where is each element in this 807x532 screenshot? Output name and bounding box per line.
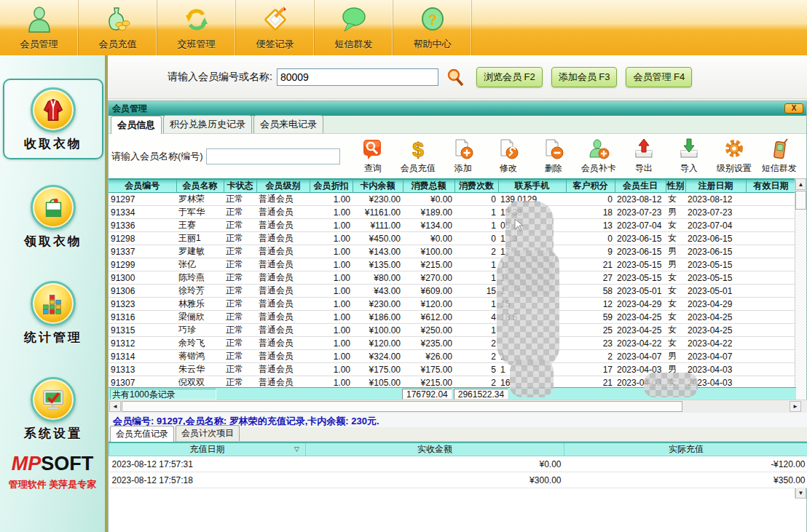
- table-row[interactable]: 91323林雅乐正常普通会员1.00¥230.00¥120.0011512202…: [109, 298, 796, 311]
- top-item-label: 短信群发: [335, 38, 373, 51]
- sms-group-button[interactable]: 短信群发: [757, 138, 802, 175]
- table-row[interactable]: 91336王赛正常普通会员1.00¥111.00¥134.001 0513202…: [109, 219, 796, 232]
- table-cell: [746, 232, 796, 245]
- top-item-sms-send[interactable]: 短信群发: [315, 0, 393, 55]
- top-item-member-recharge[interactable]: 会员充值: [79, 0, 157, 55]
- column-header[interactable]: 充值日期▽: [109, 442, 306, 456]
- column-header[interactable]: 消费总额: [403, 179, 454, 193]
- table-cell: 巧珍: [176, 324, 224, 337]
- sidebar-item-retrieve-clothes[interactable]: 领取衣物: [3, 178, 103, 255]
- table-cell: 91298: [109, 232, 176, 245]
- tab-count-items[interactable]: 会员计次项目: [176, 425, 240, 441]
- close-icon[interactable]: X: [784, 103, 803, 114]
- delete-button[interactable]: 删除: [531, 138, 576, 175]
- tab-member-info[interactable]: 会员信息: [111, 116, 162, 134]
- table-cell: 1.00: [310, 337, 353, 350]
- table-cell: 1.00: [310, 206, 353, 219]
- table-cell: 2023-04-25: [615, 324, 666, 337]
- top-item-help-center[interactable]: ? 帮助中心: [393, 0, 472, 55]
- member-filter-input[interactable]: [206, 148, 340, 164]
- horizontal-scrollbar[interactable]: ◄ ►: [109, 400, 807, 413]
- edit-button[interactable]: 修改: [486, 138, 531, 175]
- column-header[interactable]: 联系手机: [498, 179, 566, 193]
- top-item-note-record[interactable]: 便签记录: [236, 0, 315, 55]
- tab-points-history[interactable]: 积分兑换历史记录: [163, 115, 252, 133]
- horizontal-scroll-thumb[interactable]: [122, 401, 682, 412]
- query-button[interactable]: 查询: [350, 138, 395, 175]
- column-header[interactable]: 实收金额: [306, 442, 564, 456]
- table-row[interactable]: 2023-08-12 17:57:18¥300.00¥350.00: [109, 472, 807, 488]
- tab-call-records[interactable]: 会员来电记录: [253, 115, 323, 133]
- table-row[interactable]: 91314蒋锴鸿正常普通会员1.00¥324.00¥26.002122023-0…: [109, 350, 796, 363]
- table-cell: ¥111.00: [353, 219, 403, 232]
- tab-recharge-records[interactable]: 会员充值记录: [110, 426, 174, 442]
- column-header[interactable]: 会员级别: [256, 179, 310, 193]
- search-magnifier-icon[interactable]: [446, 68, 465, 87]
- table-cell: ¥120.00: [353, 337, 403, 350]
- table-cell: 91300: [109, 271, 176, 285]
- column-header[interactable]: 会员折扣: [310, 179, 353, 193]
- table-row[interactable]: 91306徐玲芳正常普通会员1.00¥43.00¥609.00151582023…: [109, 285, 796, 298]
- reissue-card-button[interactable]: 会员补卡: [576, 138, 621, 175]
- scroll-right-icon[interactable]: ►: [790, 401, 801, 412]
- scroll-down-icon[interactable]: ▼: [795, 487, 806, 499]
- table-row[interactable]: 91315巧珍正常普通会员1.00¥100.00¥250.001252023-0…: [109, 324, 796, 337]
- table-cell: 2023-04-03: [685, 363, 746, 376]
- brand-logo: MPSOFT 管理软件 美萍是专家: [0, 453, 105, 491]
- browse-members-button[interactable]: 浏览会员 F2: [476, 67, 543, 87]
- column-header[interactable]: 有效日期: [746, 179, 796, 193]
- mouse-cursor-icon: [514, 218, 524, 234]
- table-cell: ¥235.00: [403, 337, 454, 350]
- table-row[interactable]: 91337罗建敏正常普通会员1.00¥143.00¥100.0021792023…: [109, 245, 796, 258]
- sidebar-item-system-settings[interactable]: 系统设置: [3, 370, 103, 448]
- import-button[interactable]: 导入: [666, 138, 712, 175]
- export-button[interactable]: 导出: [621, 138, 666, 175]
- table-cell: 普通会员: [256, 337, 310, 350]
- scroll-up-icon[interactable]: ▲: [795, 178, 806, 190]
- top-item-member-manage[interactable]: 会员管理: [0, 0, 79, 55]
- table-row[interactable]: 91299张亿正常普通会员1.00¥135.00¥215.0011 302120…: [109, 258, 796, 271]
- member-manage-button[interactable]: 会员管理 F4: [626, 67, 692, 87]
- member-search-input[interactable]: [277, 68, 438, 86]
- table-row[interactable]: 91316梁俪欣正常普通会员1.00¥186.00¥612.00418 5592…: [109, 311, 796, 324]
- table-cell: 13: [566, 219, 615, 232]
- table-row[interactable]: 2023-08-12 17:57:31¥0.00-¥120.00: [109, 456, 807, 472]
- column-header[interactable]: 消费次数: [454, 179, 498, 193]
- column-header[interactable]: 会员生日: [615, 179, 666, 193]
- add-button[interactable]: 添加: [441, 138, 486, 175]
- vertical-scroll-thumb[interactable]: [795, 191, 806, 210]
- table-cell: 正常: [224, 298, 256, 311]
- table-row[interactable]: 91300陈玲燕正常普通会员1.00¥80.00¥270.0011272023-…: [109, 271, 796, 285]
- column-header[interactable]: 性别: [666, 179, 685, 193]
- table-row[interactable]: 91297罗林荣正常普通会员1.00¥230.00¥0.000139 01290…: [109, 193, 796, 206]
- table-cell: 1.00: [310, 363, 353, 376]
- member-recharge-button[interactable]: $ 会员充值: [395, 138, 441, 175]
- column-header[interactable]: 客户积分: [566, 179, 615, 193]
- add-member-button[interactable]: 添加会员 F3: [551, 67, 618, 87]
- table-row[interactable]: 91334于军华正常普通会员1.00¥1161.00¥189.00113 381…: [109, 206, 796, 219]
- level-settings-button[interactable]: 级别设置: [712, 138, 757, 175]
- sidebar-item-collect-clothes[interactable]: 收取衣物: [3, 79, 103, 159]
- table-cell: ¥612.00: [403, 311, 454, 324]
- column-header[interactable]: 卡状态: [224, 179, 256, 193]
- table-cell: 1.00: [310, 285, 353, 298]
- table-cell: 2023-07-23: [615, 206, 666, 219]
- table-cell: 张亿: [176, 258, 224, 271]
- scroll-left-icon[interactable]: ◄: [109, 401, 121, 412]
- top-item-shift-manage[interactable]: 交班管理: [157, 0, 236, 55]
- column-header[interactable]: 注册日期: [685, 179, 746, 193]
- window-titlebar[interactable]: 会员管理 X: [109, 101, 806, 116]
- privacy-mosaic: [510, 360, 554, 397]
- dollar-icon: $: [406, 138, 430, 161]
- table-cell: [746, 271, 796, 285]
- column-header[interactable]: 实际充值: [564, 442, 807, 456]
- column-header[interactable]: 卡内余额: [353, 179, 403, 193]
- exit-button[interactable]: 退出: [802, 138, 807, 175]
- column-header[interactable]: 会员编号: [109, 179, 176, 193]
- column-header[interactable]: 会员名称: [176, 179, 224, 193]
- sidebar-item-statistics[interactable]: 统计管理: [3, 274, 103, 352]
- table-cell: 91334: [109, 206, 176, 219]
- table-cell: 2023-04-07: [615, 350, 666, 363]
- table-row[interactable]: 91312余玲飞正常普通会员1.00¥120.00¥235.002232023-…: [109, 337, 796, 350]
- table-row[interactable]: 91298王丽1正常普通会员1.00¥450.00¥0.0001 1302023…: [109, 232, 796, 245]
